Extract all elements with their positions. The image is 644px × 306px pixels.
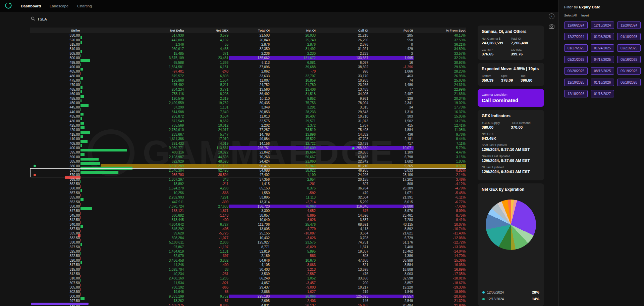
table-row[interactable]: 360.00 1,524,270 4,298 65,153 8,375 36,7…	[30, 186, 466, 190]
nav-tab-charting[interactable]: Charting	[77, 4, 92, 8]
table-row[interactable]: 485.00 -97,401 -248 2,062 -70 996 1,066 …	[30, 69, 466, 74]
expiry-date-button[interactable]: 08/15/2025	[591, 67, 614, 75]
col-header-net-oi[interactable]: Net OI	[270, 29, 316, 32]
expiry-date-button[interactable]: 01/16/2026	[591, 79, 614, 86]
table-row[interactable]: 362.50 18,892 -211 1,415 -201 607 808 -4…	[30, 182, 466, 186]
nav-tab-landscape[interactable]: Landscape	[50, 4, 68, 8]
table-row[interactable]: 495.00 65,588 1,366 6,113 6,081 6,097 16…	[30, 60, 466, 64]
table-row[interactable]: 500.00 3,675,109 23,431 135,662 131,672 …	[30, 56, 466, 60]
invert-link[interactable]: Invert	[581, 14, 589, 17]
table-row[interactable]: 445.00 37,299 1,131 3,349 3,281 3,315 34…	[30, 105, 466, 110]
table-row[interactable]: 530.00 517,930 3,579 21,503 20,933 21,21…	[30, 33, 466, 38]
expiry-date-button[interactable]: 02/21/2025	[617, 44, 641, 52]
expiry-date-button[interactable]: 12/18/2026	[564, 90, 588, 97]
table-row[interactable]: 520.00 442,003 4,102 26,840 25,740 26,29…	[30, 38, 466, 42]
expiry-date-button[interactable]: 01/03/2025	[591, 33, 614, 40]
table-row[interactable]: 335.00 99,628 -5,725 25,155 -18,087 3,53…	[30, 231, 466, 235]
table-row[interactable]: 330.00 5,108,611 2,886 125,927 23,575 74…	[30, 240, 466, 245]
pie-legend-item[interactable]: 12/13/202414%	[482, 296, 540, 302]
expiry-date-button[interactable]: 01/17/2025	[564, 44, 588, 52]
table-row[interactable]: 475.00 156,860 1,554 11,007 10,859 10,93…	[30, 78, 466, 83]
app-logo-icon[interactable]	[5, 2, 12, 10]
expiry-date-button[interactable]: 01/24/2025	[591, 44, 614, 52]
table-row[interactable]: 390.00 2,103,987 44,503 70,263 56,667 63…	[30, 155, 466, 159]
table-row[interactable]: 420.00 2,759,610 24,017 77,287 73,519 75…	[30, 128, 466, 132]
expiry-date-button[interactable]: 12/13/2024	[591, 21, 614, 29]
table-row[interactable]: 322.50 62,070 -397 2,189 -583 803 1,386 …	[30, 254, 466, 258]
col-header-call-oi[interactable]: Call OI	[316, 29, 369, 32]
expiry-date-button[interactable]: 12/19/2025	[564, 79, 588, 86]
table-row[interactable]: 315.00 1,028,704 38 30,403 -3,213 13,595…	[30, 267, 466, 271]
table-row[interactable]: 347.50 -138,121 -1,871 3,300 -4,652 -676…	[30, 209, 466, 213]
select-all-link[interactable]: Select All	[564, 14, 577, 17]
expiry-date-button[interactable]: 12/27/2024	[564, 33, 588, 40]
table-row[interactable]: 430.00 872,549 8,682 32,575 29,571 31,07…	[30, 119, 466, 123]
expiry-date-button[interactable]: 12/20/2024	[617, 21, 641, 29]
expiry-date-button[interactable]: 09/19/2025	[617, 67, 641, 75]
horizontal-scrollbar-thumb[interactable]	[31, 303, 89, 305]
table-row[interactable]: 355.00 2,282,993 7,291 53,895 11,113 32,…	[30, 195, 466, 200]
col-header-total-oi[interactable]: Total OI	[229, 29, 270, 32]
col-header-strike[interactable]: Strike	[30, 29, 80, 32]
ticker-search-input[interactable]	[37, 17, 71, 21]
pie-legend-item[interactable]: 12/06/202428%	[482, 289, 540, 296]
table-row[interactable]: 510.00 960,617 4,465 32,350 31,492 31,92…	[30, 47, 466, 51]
net-gex-pie[interactable]	[486, 200, 536, 250]
table-row[interactable]: 357.50 10,256 -563 1,550 -592 479 1,071 …	[30, 191, 466, 195]
table-row[interactable]: 515.00 1,346 55 2,876 2,876 2,876 0 36.2…	[30, 42, 466, 47]
table-row[interactable]: 400.00 9,959,771 113,537 265,751 245,609…	[30, 146, 466, 150]
table-row[interactable]: 302.50 19,648 -85 2,065 -1,627 219 1,846…	[30, 290, 466, 294]
table-row[interactable]: 365.00 1,307,297 343 37,356 2,954 20,155…	[30, 177, 466, 182]
table-row[interactable]: 415.00 233,667 5,747 14,768 13,896 14,33…	[30, 132, 466, 137]
collapse-sidebar-icon[interactable]: ›	[549, 13, 554, 19]
expiry-date-button[interactable]: 03/21/2025	[564, 56, 588, 63]
table-row[interactable]: 440.00 814,588 7,340 30,853 28,233 29,54…	[30, 110, 466, 114]
table-row[interactable]: 320.00 3,456,458 3,882 84,646 10,670 47,…	[30, 258, 466, 263]
table-row[interactable]: 332.50 308,284 -1,077 10,432 -3,026 3,70…	[30, 236, 466, 240]
table-row[interactable]: 465.00 204,234 3,771 13,560 13,406 13,48…	[30, 87, 466, 92]
table-row[interactable]: 337.50 345,292 -495 13,005 -4,779 4,113 …	[30, 227, 466, 231]
strike-cell: 315.00	[30, 268, 80, 271]
table-row[interactable]: 435.00 206,872 3,534 11,013 10,407 10,71…	[30, 114, 466, 119]
table-row[interactable]: 490.00 1,564,581 6,151 37,096 39,688 38,…	[30, 65, 466, 69]
table-row[interactable]: 455.00 120,549 2,319 10,110 9,852 9,981 …	[30, 96, 466, 100]
table-row[interactable]: 450.00 2,499,559 19,782 80,435 75,753 78…	[30, 101, 466, 105]
table-row[interactable]: 305.00 788,192 -865 29,437 -9,003 10,217…	[30, 285, 466, 290]
table-row[interactable]: 327.50 97,867 -1,197 8,771 -6,029 1,371 …	[30, 245, 466, 249]
table-row[interactable]: 295.00 -1,403,275 -6,485 4,831 -36,137 -…	[30, 303, 466, 306]
table-row[interactable]: 410.00 1,611,386 17,010 49,884 45,522 47…	[30, 137, 466, 141]
expiry-date-button[interactable]: 04/17/2025	[591, 56, 614, 63]
table-row[interactable]: 405.00 291,433 4,019 14,156 12,722 13,43…	[30, 141, 466, 145]
table-row[interactable]: 505.00 15,485 371 2,236 2,230 2,233 3 33…	[30, 51, 466, 56]
table-row[interactable]: 317.50 41,246 -400 4,105 -3,063 521 3,58…	[30, 263, 466, 267]
expiry-date-button[interactable]: 06/20/2025	[564, 67, 588, 75]
expiry-date-button[interactable]: 06/18/2026	[617, 79, 641, 86]
expiry-date-button[interactable]: 05/16/2025	[617, 56, 641, 63]
total-oi-cell: 265,751	[229, 146, 270, 150]
table-row[interactable]: 480.00 879,572 6,803 33,633 32,707 33,17…	[30, 74, 466, 78]
col-header-put-oi[interactable]: Put OI	[369, 29, 414, 32]
col-header-net-delta[interactable]: Net Delta	[101, 29, 184, 32]
table-row[interactable]: 342.50 313,445 -400 10,640 -3,926 3,357 …	[30, 218, 466, 222]
table-row[interactable]: 312.50 40,234 -231 3,539 -2,587 476 3,06…	[30, 272, 466, 276]
table-row[interactable]: 345.00 860,682 -1,143 38,057 -8,865 14,5…	[30, 213, 466, 218]
table-row[interactable]: 352.50 447,911 -399 13,314 -2,714 5,299 …	[30, 200, 466, 204]
col-header-pct-from-spot[interactable]: % From Spot	[414, 29, 466, 32]
camera-icon[interactable]	[549, 24, 554, 30]
table-row[interactable]: 460.00 758,116 8,208 36,492 31,518 34,00…	[30, 92, 466, 96]
table-row[interactable]: 425.00 755,569 10,012 2,202 1,372 1,787 …	[30, 123, 466, 128]
table-row[interactable]: 297.50 13,262 -57 2,695 -2,403 146 2,549…	[30, 299, 466, 303]
table-row[interactable]: 307.50 11,534 -921 4,057 -3,457 200 3,85…	[30, 280, 466, 285]
expiry-date-button[interactable]: 01/15/2027	[591, 90, 614, 97]
col-header-net-gex[interactable]: Net GEX	[184, 29, 229, 32]
table-row[interactable]: 325.00 1,464,619 1,131 32,819 5,895 19,3…	[30, 249, 466, 254]
expiry-date-button[interactable]: 12/06/2024	[564, 21, 588, 29]
table-row[interactable]: 470.00 475,492 5,211 24,752 21,780 23,26…	[30, 83, 466, 87]
ticker-search-bar[interactable]	[31, 16, 76, 24]
table-row[interactable]: 340.00 4,804,642 6,727 111,706 25,476 68…	[30, 222, 466, 226]
table-row[interactable]: 350.00 7,870,724 27,688 156,720 76,960 1…	[30, 204, 466, 209]
table-row[interactable]: 300.00 9,333,199 9,752 225,180 26,066 12…	[30, 294, 466, 299]
table-row[interactable]: 310.00 2,488,169 1,285 66,248 1,052 33,6…	[30, 276, 466, 280]
nav-tab-dashboard[interactable]: Dashboard	[21, 4, 41, 8]
expiry-date-button[interactable]: 01/10/2025	[617, 33, 641, 40]
